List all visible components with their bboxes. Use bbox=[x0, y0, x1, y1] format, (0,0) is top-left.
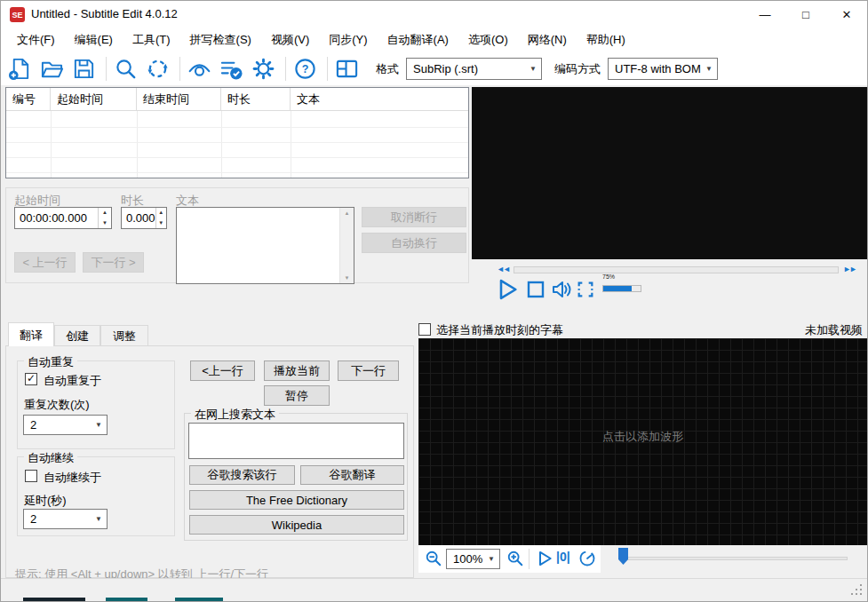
encoding-label: 编码方式 bbox=[554, 61, 601, 77]
next-line-button[interactable]: 下一行 bbox=[338, 360, 399, 381]
video-play-icon[interactable] bbox=[495, 277, 520, 302]
resize-grip-icon[interactable] bbox=[860, 593, 862, 595]
menu-bar: 文件(F) 编辑(E) 工具(T) 拼写检查(S) 视频(V) 同步(Y) 自动… bbox=[1, 28, 867, 52]
mode-panel: 翻译 创建 调整 自动重复 自动重复于 重复次数(次) 2 ▼ 自动继续 自动继… bbox=[5, 322, 414, 580]
col-start[interactable]: 起始时间 bbox=[51, 88, 137, 110]
menu-autotranslate[interactable]: 自动翻译(A) bbox=[378, 28, 458, 52]
play-from-start-button[interactable]: |0| bbox=[556, 550, 570, 564]
menu-network[interactable]: 网络(N) bbox=[518, 28, 577, 52]
google-search-line-button[interactable]: 谷歌搜索该行 bbox=[189, 465, 295, 485]
col-end[interactable]: 结束时间 bbox=[137, 88, 221, 110]
status-bar bbox=[1, 578, 867, 599]
new-file-icon[interactable] bbox=[8, 57, 32, 81]
repeat-count-select[interactable]: 2 ▼ bbox=[23, 415, 108, 435]
grid-line bbox=[6, 172, 468, 173]
scroll-up-icon[interactable]: ▲ bbox=[340, 210, 354, 216]
visual-sync-icon[interactable] bbox=[187, 57, 211, 81]
volume-fill bbox=[603, 286, 632, 291]
minimize-button[interactable]: — bbox=[745, 1, 785, 28]
tab-create[interactable]: 创建 bbox=[54, 325, 100, 346]
seek-back-icon[interactable]: ◄◄ bbox=[497, 265, 509, 273]
web-search-input[interactable] bbox=[188, 423, 404, 459]
waveform-area[interactable]: 点击以添加波形 bbox=[418, 338, 867, 545]
spin-down-icon[interactable]: ▼ bbox=[99, 218, 111, 229]
waveform-position-slider[interactable] bbox=[620, 557, 848, 560]
volume-slider[interactable] bbox=[602, 285, 641, 292]
save-icon[interactable] bbox=[72, 57, 96, 81]
play-current-button[interactable]: 播放当前 bbox=[264, 360, 330, 381]
zoom-in-icon[interactable] bbox=[506, 550, 524, 567]
autobreak-button[interactable]: 自动换行 bbox=[362, 233, 466, 253]
free-dictionary-button[interactable]: The Free Dictionary bbox=[189, 490, 404, 510]
find-icon[interactable] bbox=[114, 57, 138, 81]
auto-repeat-group-label: 自动重复 bbox=[24, 354, 77, 370]
google-translate-button[interactable]: 谷歌翻译 bbox=[300, 465, 404, 485]
unbreak-button[interactable]: 取消断行 bbox=[362, 207, 466, 227]
video-display[interactable] bbox=[472, 87, 867, 259]
menu-options[interactable]: 选项(O) bbox=[458, 28, 518, 52]
auto-continue-checkbox-label: 自动继续于 bbox=[44, 470, 101, 486]
menu-help[interactable]: 帮助(H) bbox=[577, 28, 635, 52]
select-current-subtitle-checkbox[interactable] bbox=[418, 323, 431, 336]
format-select[interactable]: SubRip (.srt) ▼ bbox=[406, 58, 542, 80]
menu-tools[interactable]: 工具(T) bbox=[123, 28, 180, 52]
col-text[interactable]: 文本 bbox=[291, 88, 468, 110]
no-video-label: 未加载视频 bbox=[805, 322, 863, 338]
menu-spellcheck[interactable]: 拼写检查(S) bbox=[180, 28, 261, 52]
encoding-select[interactable]: UTF-8 with BOM ▼ bbox=[608, 58, 718, 80]
next-line-button[interactable]: 下一行 > bbox=[83, 252, 144, 273]
settings-icon[interactable] bbox=[251, 57, 275, 81]
menu-sync[interactable]: 同步(Y) bbox=[319, 28, 377, 52]
pause-button[interactable]: 暂停 bbox=[264, 385, 330, 406]
window-title: Untitled - Subtitle Edit 4.0.12 bbox=[31, 1, 178, 28]
volume-percent: 75% bbox=[602, 273, 615, 280]
textarea-scrollbar[interactable]: ▲▼ bbox=[339, 208, 354, 283]
auto-continue-group: 自动继续 自动继续于 延时(秒) 2 ▼ bbox=[17, 456, 175, 536]
prev-line-button[interactable]: <上一行 bbox=[190, 360, 255, 381]
waveform-play-icon[interactable] bbox=[536, 550, 553, 567]
tab-translate[interactable]: 翻译 bbox=[8, 322, 54, 346]
layout-icon[interactable] bbox=[335, 57, 359, 81]
menu-video[interactable]: 视频(V) bbox=[261, 28, 319, 52]
auto-repeat-checkbox[interactable] bbox=[25, 373, 37, 385]
grid-line bbox=[291, 111, 291, 178]
menu-edit[interactable]: 编辑(E) bbox=[65, 28, 123, 52]
playback-speed-icon[interactable] bbox=[578, 550, 596, 567]
seek-forward-icon[interactable]: ►► bbox=[843, 265, 856, 273]
spell-check-icon[interactable] bbox=[219, 57, 243, 81]
zoom-out-icon[interactable] bbox=[425, 550, 442, 567]
help-icon[interactable]: ? bbox=[293, 57, 317, 81]
spin-down-icon[interactable]: ▼ bbox=[156, 218, 166, 229]
prev-line-button[interactable]: < 上一行 bbox=[14, 252, 76, 273]
video-seek-bar[interactable] bbox=[514, 266, 839, 273]
app-logo-icon: SE bbox=[10, 7, 25, 22]
close-button[interactable]: ✕ bbox=[826, 1, 867, 28]
duration-value: 0.000 bbox=[122, 208, 155, 228]
wikipedia-button[interactable]: Wikipedia bbox=[189, 515, 404, 535]
chevron-down-icon: ▼ bbox=[483, 555, 499, 563]
video-stop-icon[interactable] bbox=[526, 280, 545, 299]
start-time-spinner[interactable]: 00:00:00.000 ▲▼ bbox=[14, 207, 112, 229]
replace-icon[interactable] bbox=[146, 57, 170, 81]
volume-icon[interactable] bbox=[550, 278, 573, 301]
spin-up-icon[interactable]: ▲ bbox=[99, 208, 111, 218]
subtitle-text-area[interactable]: ▲▼ bbox=[176, 207, 354, 284]
toolbar-separator bbox=[529, 549, 530, 569]
scroll-down-icon[interactable]: ▼ bbox=[340, 275, 354, 281]
delay-select[interactable]: 2 ▼ bbox=[23, 509, 108, 529]
auto-continue-checkbox[interactable] bbox=[25, 470, 37, 482]
fullscreen-icon[interactable] bbox=[576, 280, 595, 299]
duration-spinner[interactable]: 0.000 ▲▼ bbox=[121, 207, 167, 229]
subtitle-list[interactable]: 编号 起始时间 结束时间 时长 文本 bbox=[5, 87, 469, 178]
col-number[interactable]: 编号 bbox=[6, 88, 51, 110]
slider-thumb[interactable] bbox=[618, 548, 628, 565]
menu-file[interactable]: 文件(F) bbox=[7, 28, 65, 52]
tab-adjust[interactable]: 调整 bbox=[100, 325, 148, 346]
col-duration[interactable]: 时长 bbox=[221, 88, 291, 110]
maximize-button[interactable]: □ bbox=[785, 1, 826, 28]
waveform-zoom-select[interactable]: 100% ▼ bbox=[446, 549, 500, 569]
chevron-down-icon: ▼ bbox=[91, 515, 107, 523]
toolbar-separator bbox=[179, 57, 180, 81]
open-file-icon[interactable] bbox=[40, 57, 64, 81]
spin-up-icon[interactable]: ▲ bbox=[156, 208, 166, 218]
